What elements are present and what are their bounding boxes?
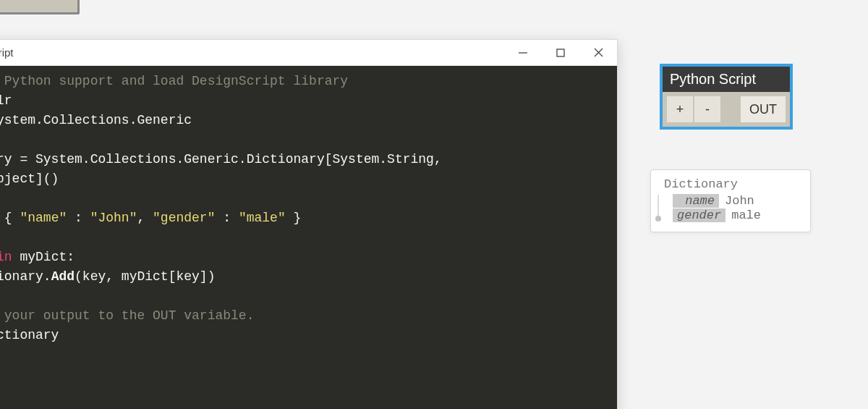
code-text: (key, myDict[key]): [75, 269, 215, 284]
python-script-node[interactable]: Python Script + - OUT: [660, 64, 793, 130]
dict-entry: name John: [673, 194, 803, 208]
input-port-icon[interactable]: [655, 216, 661, 222]
dict-value: John: [725, 194, 754, 208]
maximize-button[interactable]: [542, 40, 579, 66]
code-text: clr: [0, 93, 12, 108]
node-body: + - OUT: [663, 92, 790, 127]
code-string: "gender": [153, 211, 215, 225]
code-string: "John": [90, 211, 137, 225]
code-text: :: [67, 211, 90, 225]
code-text: = dictionary: [0, 328, 59, 342]
node-header[interactable]: Python Script: [663, 67, 790, 92]
code-text: }: [286, 211, 302, 225]
code-string: "male": [239, 211, 286, 225]
code-text: myDict:: [12, 250, 75, 264]
node-spacer: [722, 92, 741, 127]
minimize-button[interactable]: [504, 40, 542, 66]
remove-input-button[interactable]: -: [694, 96, 720, 122]
code-comment: nable Python support and load DesignScri…: [0, 74, 348, 88]
code-text: :: [215, 211, 238, 225]
add-input-button[interactable]: +: [667, 96, 693, 122]
out-port[interactable]: OUT: [741, 96, 786, 122]
dict-key: gender: [673, 208, 726, 222]
python-editor-window: hon Script nable Python support and load…: [0, 39, 618, 409]
code-string: "name": [20, 211, 67, 225]
dict-value: male: [731, 208, 761, 222]
dict-entry: gender male: [673, 208, 803, 222]
code-text: tem.Object](): [0, 172, 59, 186]
code-comment: ssign your output to the OUT variable.: [0, 308, 254, 323]
code-text: dictionary.: [0, 269, 51, 284]
svg-rect-1: [557, 49, 564, 56]
code-text: ,: [137, 211, 153, 225]
code-text: ict = {: [0, 211, 20, 225]
code-keyword: in: [0, 250, 12, 264]
background-node-fragment: [0, 0, 80, 14]
dict-key: name: [673, 194, 719, 208]
code-text: System.Collections.Generic: [0, 113, 192, 127]
code-editor[interactable]: nable Python support and load DesignScri…: [0, 66, 617, 409]
code-text: tionary = System.Collections.Generic.Dic…: [0, 152, 442, 166]
watch-node[interactable]: Dictionary name John gender male: [650, 169, 811, 232]
tree-line: [658, 195, 659, 216]
close-button[interactable]: [579, 40, 617, 66]
editor-titlebar[interactable]: hon Script: [0, 40, 617, 66]
editor-title: hon Script: [0, 46, 504, 59]
code-function: Add: [51, 269, 75, 284]
watch-title: Dictionary: [664, 177, 803, 191]
